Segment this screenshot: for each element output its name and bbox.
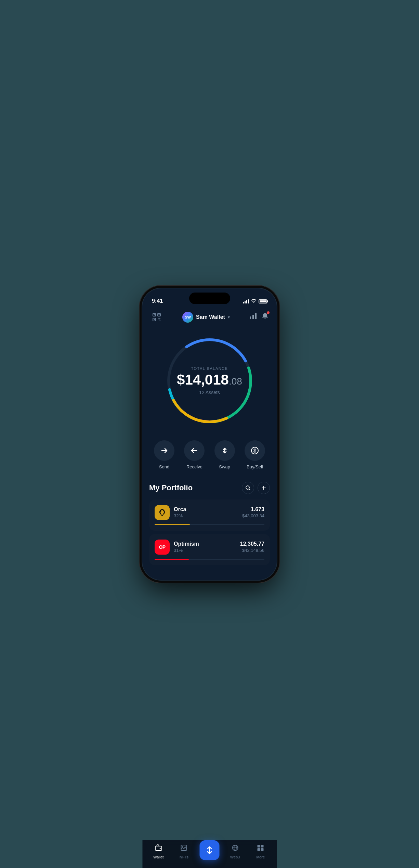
portfolio-action-buttons <box>242 482 270 494</box>
header: SW Sam Wallet ▾ <box>142 307 277 326</box>
buysell-action[interactable]: Buy/Sell <box>245 440 265 469</box>
main-content: SW Sam Wallet ▾ <box>142 307 277 580</box>
swap-action[interactable]: Swap <box>214 440 235 469</box>
orca-pct: 32% <box>174 513 238 518</box>
portfolio-search-button[interactable] <box>242 482 254 494</box>
dynamic-island <box>189 293 230 304</box>
orca-name: Orca <box>174 506 238 513</box>
balance-section: TOTAL BALANCE $14,018.08 12 Assets <box>142 326 277 432</box>
notification-badge <box>266 311 270 314</box>
bell-icon[interactable] <box>262 312 269 322</box>
svg-rect-11 <box>252 315 254 319</box>
portfolio-header: My Portfolio <box>149 482 270 494</box>
asset-row: OP Optimism 31% 12,305.77 $42,149.56 <box>155 540 264 555</box>
send-icon <box>154 440 174 461</box>
avatar: SW <box>182 312 193 323</box>
svg-rect-5 <box>154 319 155 320</box>
orca-amount: 1.673 <box>242 506 264 513</box>
total-balance-label: TOTAL BALANCE <box>177 366 242 371</box>
actions-row: Send Receive Swap <box>142 432 277 476</box>
svg-point-22 <box>160 511 161 512</box>
wallet-selector[interactable]: SW Sam Wallet ▾ <box>182 312 230 323</box>
optimism-info: Optimism 31% <box>174 541 236 553</box>
receive-label: Receive <box>186 464 202 469</box>
svg-rect-3 <box>154 314 155 315</box>
portfolio-title: My Portfolio <box>149 483 193 492</box>
header-right <box>249 312 269 322</box>
orca-usd: $43,003.34 <box>242 513 264 518</box>
receive-action[interactable]: Receive <box>184 440 205 469</box>
status-icons <box>243 299 267 304</box>
balance-amount: $14,018.08 <box>177 373 242 387</box>
balance-cents: .08 <box>229 376 242 387</box>
chevron-down-icon: ▾ <box>228 315 230 320</box>
send-label: Send <box>159 464 169 469</box>
balance-circle: TOTAL BALANCE $14,018.08 12 Assets <box>162 333 258 429</box>
wifi-icon <box>251 299 257 304</box>
orca-icon <box>155 505 170 520</box>
optimism-icon: OP <box>155 540 170 555</box>
receive-icon <box>184 440 205 461</box>
orca-progress-bar <box>155 524 264 525</box>
swap-icon <box>214 440 235 461</box>
portfolio-section: My Portfolio <box>142 476 277 580</box>
buysell-label: Buy/Sell <box>247 464 263 469</box>
optimism-progress-bar <box>155 559 264 560</box>
signal-bars-icon <box>243 299 249 303</box>
orca-values: 1.673 $43,003.34 <box>242 506 264 518</box>
asset-card-optimism[interactable]: OP Optimism 31% 12,305.77 $42,149.56 <box>149 534 270 565</box>
wallet-name: Sam Wallet <box>196 314 225 320</box>
optimism-usd: $42,149.56 <box>240 548 264 553</box>
optimism-progress-fill <box>155 559 189 560</box>
optimism-values: 12,305.77 $42,149.56 <box>240 541 264 553</box>
svg-rect-12 <box>255 313 257 319</box>
balance-info: TOTAL BALANCE $14,018.08 12 Assets <box>177 366 242 395</box>
buysell-icon <box>245 440 265 461</box>
battery-icon <box>259 299 267 303</box>
optimism-pct: 31% <box>174 548 236 553</box>
optimism-name: Optimism <box>174 541 236 547</box>
optimism-amount: 12,305.77 <box>240 541 264 547</box>
status-time: 9:41 <box>152 298 163 304</box>
swap-label: Swap <box>219 464 230 469</box>
svg-rect-10 <box>250 316 251 319</box>
portfolio-add-button[interactable] <box>258 482 270 494</box>
chart-icon[interactable] <box>249 313 257 321</box>
send-action[interactable]: Send <box>154 440 174 469</box>
assets-count: 12 Assets <box>177 390 242 395</box>
asset-row: Orca 32% 1.673 $43,003.34 <box>155 505 264 520</box>
phone-frame: 9:41 <box>142 288 277 580</box>
orca-info: Orca 32% <box>174 506 238 518</box>
scan-icon[interactable] <box>150 311 163 323</box>
orca-progress-fill <box>155 524 190 525</box>
svg-rect-4 <box>159 314 160 315</box>
asset-card-orca[interactable]: Orca 32% 1.673 $43,003.34 <box>149 500 270 531</box>
